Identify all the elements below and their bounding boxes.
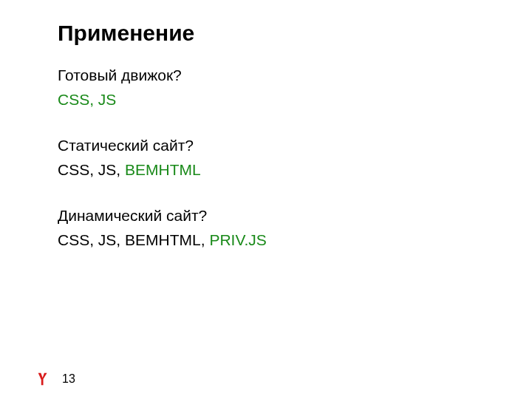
content-block: Динамический сайт? CSS, JS, BEMHTML, PRI… [58,204,474,252]
answer-text: CSS, JS, BEMHTML [58,158,474,183]
slide-title: Применение [58,21,474,46]
question-text: Готовый движок? [58,64,474,88]
slide: Применение Готовый движок? CSS, JS Стати… [0,0,532,399]
answer-part: CSS, JS, [58,161,125,178]
answer-text: CSS, JS, BEMHTML, PRIV.JS [58,228,474,253]
content-block: Статический сайт? CSS, JS, BEMHTML [58,134,474,182]
answer-part: CSS, JS [58,91,116,108]
slide-footer: 13 [35,371,75,387]
yandex-logo-icon [35,371,52,387]
answer-part: BEMHTML [125,161,201,178]
answer-part: CSS, JS, BEMHTML, [58,231,209,248]
content-block: Готовый движок? CSS, JS [58,64,474,112]
question-text: Статический сайт? [58,134,474,158]
slide-content: Готовый движок? CSS, JS Статический сайт… [58,64,474,252]
answer-text: CSS, JS [58,88,474,112]
answer-part: PRIV.JS [209,231,266,248]
question-text: Динамический сайт? [58,204,474,228]
page-number: 13 [62,372,75,386]
